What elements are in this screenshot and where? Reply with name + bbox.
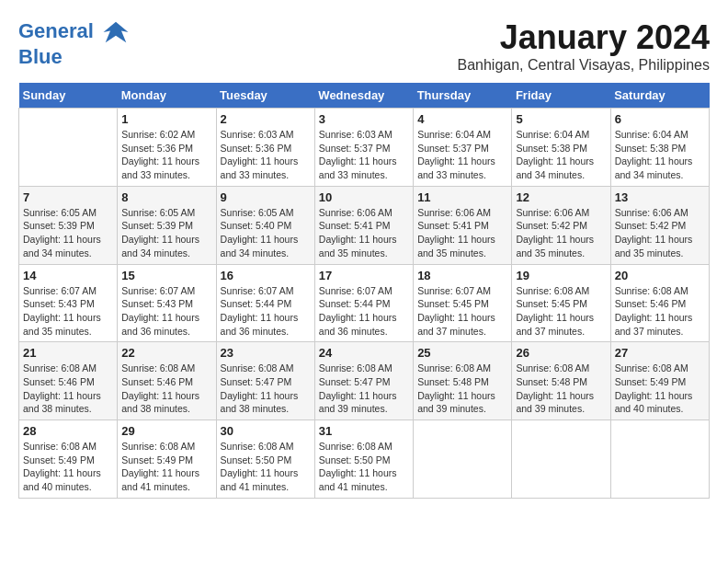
- day-number: 28: [23, 424, 113, 438]
- calendar-cell: 11Sunrise: 6:06 AMSunset: 5:41 PMDayligh…: [414, 186, 512, 264]
- day-number: 21: [23, 346, 113, 360]
- calendar-cell: [19, 109, 118, 187]
- day-number: 9: [221, 190, 311, 204]
- day-info: Sunrise: 6:08 AMSunset: 5:46 PMDaylight:…: [615, 284, 705, 339]
- header-monday: Monday: [118, 83, 216, 109]
- calendar-cell: 16Sunrise: 6:07 AMSunset: 5:44 PMDayligh…: [216, 264, 314, 342]
- calendar-cell: 2Sunrise: 6:03 AMSunset: 5:36 PMDaylight…: [216, 109, 314, 187]
- calendar-cell: 8Sunrise: 6:05 AMSunset: 5:39 PMDaylight…: [118, 186, 216, 264]
- day-number: 24: [319, 346, 409, 360]
- day-number: 30: [221, 424, 311, 438]
- day-number: 14: [23, 269, 113, 282]
- logo-bird-icon: [102, 18, 130, 46]
- month-title: January 2024: [457, 18, 710, 57]
- day-number: 22: [121, 346, 211, 360]
- calendar-cell: 7Sunrise: 6:05 AMSunset: 5:39 PMDaylight…: [19, 186, 118, 264]
- day-number: 2: [221, 112, 311, 126]
- calendar-cell: 27Sunrise: 6:08 AMSunset: 5:49 PMDayligh…: [610, 342, 709, 420]
- calendar-cell: 25Sunrise: 6:08 AMSunset: 5:48 PMDayligh…: [414, 342, 512, 420]
- logo-blue: Blue: [18, 45, 63, 68]
- day-number: 11: [417, 190, 507, 204]
- calendar-cell: 28Sunrise: 6:08 AMSunset: 5:49 PMDayligh…: [19, 420, 118, 499]
- day-number: 27: [615, 346, 705, 360]
- calendar-cell: [610, 420, 709, 499]
- day-number: 4: [417, 112, 507, 126]
- day-number: 6: [615, 112, 705, 126]
- calendar-cell: 30Sunrise: 6:08 AMSunset: 5:50 PMDayligh…: [216, 420, 314, 499]
- calendar-header-row: SundayMondayTuesdayWednesdayThursdayFrid…: [19, 83, 710, 109]
- calendar-cell: [512, 420, 610, 499]
- day-number: 1: [121, 112, 211, 126]
- day-number: 25: [417, 346, 507, 360]
- day-number: 3: [319, 112, 409, 126]
- day-number: 29: [121, 424, 211, 438]
- calendar-week-row: 28Sunrise: 6:08 AMSunset: 5:49 PMDayligh…: [19, 420, 710, 499]
- calendar-cell: 6Sunrise: 6:04 AMSunset: 5:38 PMDaylight…: [610, 109, 709, 187]
- day-info: Sunrise: 6:08 AMSunset: 5:50 PMDaylight:…: [221, 440, 311, 494]
- calendar-cell: 12Sunrise: 6:06 AMSunset: 5:42 PMDayligh…: [512, 186, 610, 264]
- day-info: Sunrise: 6:08 AMSunset: 5:45 PMDaylight:…: [516, 284, 606, 339]
- location: Banhigan, Central Visayas, Philippines: [457, 57, 710, 74]
- calendar-cell: 1Sunrise: 6:02 AMSunset: 5:36 PMDaylight…: [118, 109, 216, 187]
- day-number: 13: [615, 190, 705, 204]
- calendar-cell: 15Sunrise: 6:07 AMSunset: 5:43 PMDayligh…: [118, 264, 216, 342]
- day-number: 12: [516, 190, 606, 204]
- day-info: Sunrise: 6:08 AMSunset: 5:48 PMDaylight:…: [417, 362, 507, 416]
- day-info: Sunrise: 6:08 AMSunset: 5:47 PMDaylight:…: [221, 362, 311, 416]
- day-number: 23: [221, 346, 311, 360]
- calendar-table: SundayMondayTuesdayWednesdayThursdayFrid…: [18, 83, 710, 499]
- header-thursday: Thursday: [414, 83, 512, 109]
- day-info: Sunrise: 6:08 AMSunset: 5:49 PMDaylight:…: [121, 440, 211, 494]
- day-info: Sunrise: 6:07 AMSunset: 5:44 PMDaylight:…: [221, 284, 311, 339]
- day-number: 7: [23, 190, 113, 204]
- calendar-week-row: 1Sunrise: 6:02 AMSunset: 5:36 PMDaylight…: [19, 109, 710, 187]
- day-number: 18: [417, 269, 507, 282]
- calendar-week-row: 7Sunrise: 6:05 AMSunset: 5:39 PMDaylight…: [19, 186, 710, 264]
- day-info: Sunrise: 6:08 AMSunset: 5:49 PMDaylight:…: [615, 362, 705, 416]
- calendar-cell: 26Sunrise: 6:08 AMSunset: 5:48 PMDayligh…: [512, 342, 610, 420]
- calendar-week-row: 14Sunrise: 6:07 AMSunset: 5:43 PMDayligh…: [19, 264, 710, 342]
- header-tuesday: Tuesday: [216, 83, 314, 109]
- calendar-cell: 19Sunrise: 6:08 AMSunset: 5:45 PMDayligh…: [512, 264, 610, 342]
- calendar-cell: 20Sunrise: 6:08 AMSunset: 5:46 PMDayligh…: [610, 264, 709, 342]
- day-info: Sunrise: 6:05 AMSunset: 5:39 PMDaylight:…: [121, 206, 211, 260]
- calendar-cell: 4Sunrise: 6:04 AMSunset: 5:37 PMDaylight…: [414, 109, 512, 187]
- svg-marker-0: [104, 22, 129, 43]
- day-number: 19: [516, 269, 606, 282]
- day-info: Sunrise: 6:07 AMSunset: 5:43 PMDaylight:…: [121, 284, 211, 339]
- day-info: Sunrise: 6:08 AMSunset: 5:48 PMDaylight:…: [516, 362, 606, 416]
- day-info: Sunrise: 6:04 AMSunset: 5:37 PMDaylight:…: [417, 128, 507, 182]
- day-number: 8: [121, 190, 211, 204]
- calendar-week-row: 21Sunrise: 6:08 AMSunset: 5:46 PMDayligh…: [19, 342, 710, 420]
- calendar-cell: 18Sunrise: 6:07 AMSunset: 5:45 PMDayligh…: [414, 264, 512, 342]
- day-info: Sunrise: 6:02 AMSunset: 5:36 PMDaylight:…: [121, 128, 211, 182]
- day-info: Sunrise: 6:08 AMSunset: 5:46 PMDaylight:…: [23, 362, 113, 416]
- day-info: Sunrise: 6:07 AMSunset: 5:44 PMDaylight:…: [319, 284, 409, 339]
- day-number: 17: [319, 269, 409, 282]
- day-info: Sunrise: 6:06 AMSunset: 5:42 PMDaylight:…: [615, 206, 705, 260]
- calendar-cell: 24Sunrise: 6:08 AMSunset: 5:47 PMDayligh…: [314, 342, 413, 420]
- calendar-cell: 29Sunrise: 6:08 AMSunset: 5:49 PMDayligh…: [118, 420, 216, 499]
- day-number: 26: [516, 346, 606, 360]
- calendar-cell: 21Sunrise: 6:08 AMSunset: 5:46 PMDayligh…: [19, 342, 118, 420]
- calendar-cell: 14Sunrise: 6:07 AMSunset: 5:43 PMDayligh…: [19, 264, 118, 342]
- title-section: January 2024 Banhigan, Central Visayas, …: [457, 18, 710, 74]
- calendar-cell: 10Sunrise: 6:06 AMSunset: 5:41 PMDayligh…: [314, 186, 413, 264]
- header-sunday: Sunday: [19, 83, 118, 109]
- day-info: Sunrise: 6:07 AMSunset: 5:45 PMDaylight:…: [417, 284, 507, 339]
- day-number: 5: [516, 112, 606, 126]
- day-info: Sunrise: 6:05 AMSunset: 5:39 PMDaylight:…: [23, 206, 113, 260]
- day-info: Sunrise: 6:07 AMSunset: 5:43 PMDaylight:…: [23, 284, 113, 339]
- page-header: General Blue January 2024 Banhigan, Cent…: [18, 18, 710, 74]
- calendar-cell: 31Sunrise: 6:08 AMSunset: 5:50 PMDayligh…: [314, 420, 413, 499]
- day-info: Sunrise: 6:03 AMSunset: 5:37 PMDaylight:…: [319, 128, 409, 182]
- day-info: Sunrise: 6:04 AMSunset: 5:38 PMDaylight:…: [516, 128, 606, 182]
- day-info: Sunrise: 6:03 AMSunset: 5:36 PMDaylight:…: [221, 128, 311, 182]
- day-info: Sunrise: 6:08 AMSunset: 5:46 PMDaylight:…: [121, 362, 211, 416]
- header-wednesday: Wednesday: [314, 83, 413, 109]
- day-info: Sunrise: 6:08 AMSunset: 5:49 PMDaylight:…: [23, 440, 113, 494]
- day-info: Sunrise: 6:06 AMSunset: 5:41 PMDaylight:…: [319, 206, 409, 260]
- day-info: Sunrise: 6:06 AMSunset: 5:42 PMDaylight:…: [516, 206, 606, 260]
- logo: General Blue: [18, 18, 130, 68]
- calendar-cell: 22Sunrise: 6:08 AMSunset: 5:46 PMDayligh…: [118, 342, 216, 420]
